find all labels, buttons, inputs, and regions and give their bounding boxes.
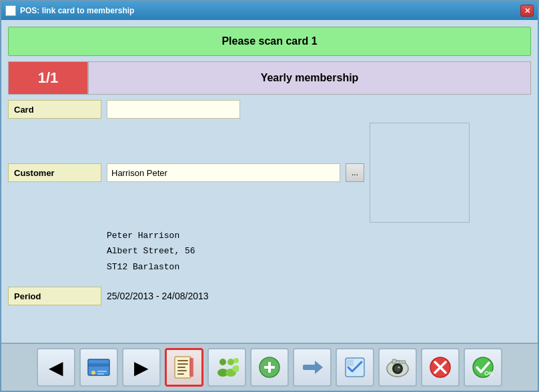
window-icon: 🖥 (5, 5, 16, 16)
scan-banner: Please scan card 1 (8, 27, 531, 56)
svg-point-2 (91, 371, 95, 375)
browse-button[interactable]: ... (346, 163, 364, 182)
card-label: Card (8, 100, 101, 119)
svg-rect-29 (392, 359, 396, 363)
forward-button[interactable]: ▶ (122, 348, 161, 387)
membership-name: Yearly membership (88, 61, 531, 95)
card-row: Card (8, 100, 531, 119)
add-button[interactable] (250, 348, 289, 387)
svg-point-27 (394, 365, 401, 372)
svg-rect-0 (88, 359, 109, 375)
svg-rect-9 (177, 370, 187, 371)
customer-line3: ST12 Barlaston (107, 259, 531, 275)
svg-marker-22 (315, 361, 323, 374)
customer-line2: Albert Street, 56 (107, 243, 531, 259)
title-bar: 🖥 POS: link card to membership ✕ (1, 1, 538, 20)
membership-row: 1/1 Yearly membership (8, 61, 531, 95)
svg-rect-30 (399, 361, 406, 363)
content-area: Please scan card 1 1/1 Yearly membership… (1, 20, 538, 343)
svg-rect-4 (97, 373, 104, 375)
close-button[interactable]: ✕ (520, 5, 534, 17)
svg-rect-20 (268, 362, 271, 373)
svg-rect-1 (88, 363, 109, 367)
camera-button[interactable] (378, 348, 417, 387)
form-area: Card Customer ... (8, 100, 531, 223)
svg-rect-11 (189, 358, 193, 377)
back-button[interactable]: ◀ (37, 348, 75, 387)
arrow-right-button[interactable] (293, 348, 332, 387)
svg-point-13 (227, 359, 234, 365)
svg-point-12 (219, 359, 226, 365)
svg-rect-3 (97, 371, 107, 372)
toolbar: ◀ ▶ (1, 343, 538, 391)
ok-button[interactable]: OK (464, 348, 502, 387)
svg-point-16 (233, 358, 239, 363)
window-title: POS: link card to membership (20, 6, 134, 15)
svg-rect-21 (303, 365, 316, 370)
card-button[interactable] (79, 348, 118, 387)
title-bar-left: 🖥 POS: link card to membership (5, 5, 134, 16)
customer-line1: Peter Harrison (107, 228, 531, 243)
scan-text: Please scan card 1 (221, 35, 317, 47)
svg-rect-24 (347, 359, 354, 366)
group-button[interactable] (207, 348, 246, 387)
card-input[interactable] (107, 100, 240, 119)
customer-row: Customer ... (8, 123, 531, 223)
checklist-button[interactable] (336, 348, 374, 387)
customer-label: Customer (8, 163, 101, 182)
customer-details: Peter Harrison Albert Street, 56 ST12 Ba… (107, 228, 531, 275)
membership-count: 1/1 (8, 61, 88, 95)
svg-text:OK: OK (484, 370, 494, 377)
svg-rect-6 (177, 360, 188, 361)
photo-box (370, 123, 470, 223)
period-value: 25/02/2013 - 24/08/2013 (107, 291, 209, 301)
period-row: Period 25/02/2013 - 24/08/2013 (8, 287, 531, 305)
svg-rect-10 (177, 373, 184, 375)
svg-point-28 (398, 367, 400, 369)
customer-input[interactable] (107, 163, 340, 182)
svg-rect-8 (177, 367, 185, 368)
period-label: Period (8, 287, 101, 305)
membership-list-button[interactable] (165, 348, 203, 387)
svg-rect-7 (177, 363, 188, 365)
customer-details-container: Peter Harrison Albert Street, 56 ST12 Ba… (107, 228, 531, 275)
main-window: 🖥 POS: link card to membership ✕ Please … (0, 0, 539, 392)
cancel-button[interactable] (421, 348, 460, 387)
